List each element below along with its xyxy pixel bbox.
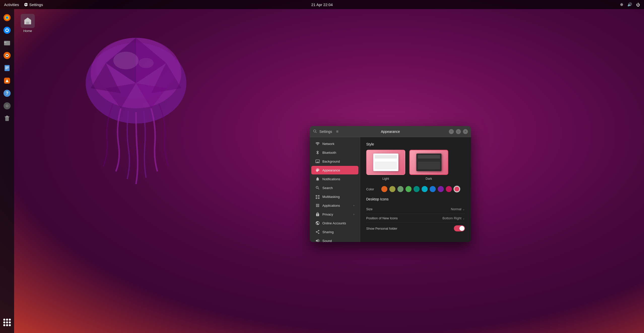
search-sidebar-icon xyxy=(315,186,320,190)
applications-icon xyxy=(315,203,320,208)
svg-point-21 xyxy=(6,55,8,56)
svg-rect-18 xyxy=(4,42,7,43)
settings-topbar-label: Settings xyxy=(29,3,43,7)
help-icon: ? xyxy=(3,89,11,97)
dark-theme-preview xyxy=(409,150,448,175)
window-titlebar: Settings ≡ Appearance − □ × xyxy=(310,126,471,137)
personal-folder-row: Show Personal folder xyxy=(366,223,465,234)
theme-cards: Light Dark xyxy=(366,150,465,180)
svg-point-13 xyxy=(6,16,8,19)
color-swatch-green[interactable] xyxy=(405,186,412,192)
thunderbird-icon xyxy=(3,26,11,34)
sidebar-item-network[interactable]: Network xyxy=(311,139,358,148)
titlebar-left: Settings ≡ xyxy=(313,129,363,134)
position-row: Position of New Icons Bottom Right ⌄ xyxy=(366,214,465,223)
dock-item-thunderbird[interactable] xyxy=(2,25,13,36)
home-icon-image xyxy=(21,14,35,28)
sound-icon xyxy=(315,238,320,242)
settings-gear-icon xyxy=(24,3,28,7)
color-swatch-purple[interactable] xyxy=(438,186,444,192)
sidebar-item-search[interactable]: Search xyxy=(311,184,358,192)
search-icon xyxy=(313,129,317,133)
settings-topbar-button[interactable]: Settings xyxy=(24,3,43,7)
titlebar-panel-title: Appearance xyxy=(363,130,418,134)
personal-folder-label: Show Personal folder xyxy=(366,227,397,230)
system-tray-volume[interactable]: 🔊 xyxy=(627,2,632,7)
sidebar-item-bluetooth[interactable]: Bluetooth xyxy=(311,148,358,157)
appearance-icon xyxy=(315,168,320,172)
background-icon xyxy=(315,159,320,164)
svg-line-38 xyxy=(316,132,317,133)
sharing-icon xyxy=(315,230,320,234)
color-swatch-red[interactable] xyxy=(454,186,460,192)
settings-window: Settings ≡ Appearance − □ × xyxy=(310,126,471,242)
color-swatch-blue[interactable] xyxy=(430,186,436,192)
system-tray-users[interactable]: ⊕ xyxy=(620,2,623,7)
color-swatch-sage[interactable] xyxy=(397,186,403,192)
dock-item-software[interactable] xyxy=(2,75,13,86)
system-tray-power[interactable]: ⏻ xyxy=(636,3,640,7)
size-label: Size xyxy=(366,207,372,211)
color-row: Color xyxy=(366,186,465,192)
sidebar-item-background[interactable]: Background xyxy=(311,157,358,166)
svg-rect-17 xyxy=(4,41,10,45)
dock-item-rhythmbox[interactable] xyxy=(2,50,13,61)
svg-point-32 xyxy=(7,105,8,106)
topbar-left: Activities Settings xyxy=(4,3,43,7)
light-theme-preview xyxy=(366,150,405,175)
settings-sidebar: Network Bluetooth Background xyxy=(310,137,360,242)
network-icon xyxy=(315,141,320,146)
topbar: Activities Settings 21 Apr 22:04 ⊕ 🔊 ⏻ xyxy=(0,0,644,9)
svg-rect-25 xyxy=(5,69,8,69)
color-swatch-teal[interactable] xyxy=(414,186,420,192)
svg-text:?: ? xyxy=(6,91,9,96)
dock-item-firefox[interactable] xyxy=(2,12,13,23)
color-swatch-cyan[interactable] xyxy=(422,186,428,192)
topbar-right: ⊕ 🔊 ⏻ xyxy=(620,2,640,7)
color-swatch-pink[interactable] xyxy=(446,186,452,192)
minimize-button[interactable]: − xyxy=(449,129,454,134)
dock-apps-grid-button[interactable] xyxy=(2,317,13,328)
light-theme-label: Light xyxy=(382,177,389,180)
titlebar-menu-icon[interactable]: ≡ xyxy=(336,129,338,134)
color-swatches xyxy=(381,186,460,192)
sidebar-item-applications[interactable]: Applications › xyxy=(311,201,358,210)
dock-item-trash[interactable] xyxy=(2,113,13,124)
sidebar-item-privacy[interactable]: Privacy › xyxy=(311,210,358,219)
sidebar-item-online-accounts[interactable]: Online Accounts xyxy=(311,219,358,227)
sidebar-item-appearance[interactable]: Appearance xyxy=(311,166,358,174)
color-swatch-orange[interactable] xyxy=(381,186,387,192)
sidebar-item-sharing[interactable]: Sharing xyxy=(311,228,358,236)
size-dropdown[interactable]: Normal ⌄ xyxy=(451,207,465,211)
titlebar-search-icon[interactable] xyxy=(313,129,317,134)
trash-icon xyxy=(3,114,11,123)
appearance-content: Style Light xyxy=(360,137,471,242)
home-desktop-icon[interactable]: Home xyxy=(21,14,35,33)
svg-rect-24 xyxy=(5,68,9,68)
position-label: Position of New Icons xyxy=(366,216,398,220)
sidebar-item-notifications[interactable]: Notifications xyxy=(311,175,358,183)
sidebar-item-sound[interactable]: Sound xyxy=(311,236,358,242)
topbar-datetime: 21 Apr 22:04 xyxy=(311,3,333,7)
personal-folder-toggle[interactable] xyxy=(454,225,465,231)
dock-item-libreoffice[interactable] xyxy=(2,63,13,74)
color-swatch-olive[interactable] xyxy=(389,186,395,192)
theme-card-dark[interactable]: Dark xyxy=(409,150,448,180)
light-theme-mock-window xyxy=(373,154,398,171)
svg-rect-36 xyxy=(26,22,29,24)
svg-point-9 xyxy=(113,52,139,69)
dock-item-help[interactable]: ? xyxy=(2,88,13,99)
close-button[interactable]: × xyxy=(463,129,468,134)
maximize-button[interactable]: □ xyxy=(456,129,461,134)
theme-card-light[interactable]: Light xyxy=(366,150,405,180)
activities-button[interactable]: Activities xyxy=(4,3,19,7)
bluetooth-icon xyxy=(315,150,320,155)
position-dropdown[interactable]: Bottom Right ⌄ xyxy=(443,216,465,220)
dock-item-settings[interactable] xyxy=(2,100,13,111)
applications-chevron-icon: › xyxy=(353,204,354,207)
size-chevron-icon: ⌄ xyxy=(462,207,465,211)
sidebar-item-multitasking[interactable]: Multitasking xyxy=(311,192,358,201)
window-controls: − □ × xyxy=(418,129,468,134)
svg-rect-23 xyxy=(5,67,9,67)
dock-item-files[interactable] xyxy=(2,37,13,48)
